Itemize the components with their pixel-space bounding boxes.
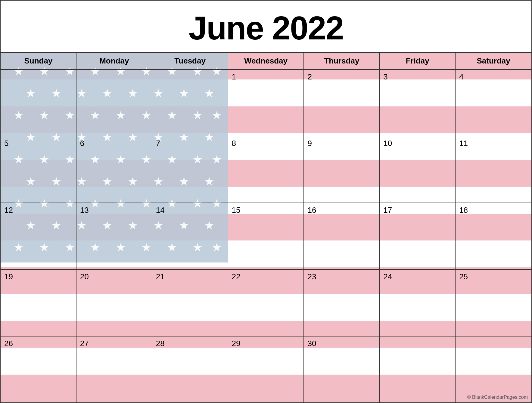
cell-number-25: 25 bbox=[459, 273, 528, 281]
calendar-cell-21: 21 bbox=[152, 270, 228, 336]
cell-number-10: 10 bbox=[383, 139, 452, 147]
calendar-cell-1: 1 bbox=[228, 70, 304, 136]
empty-cell-w0-d1 bbox=[76, 70, 152, 136]
cell-number-20: 20 bbox=[80, 273, 148, 281]
calendar-cell-17: 17 bbox=[380, 203, 456, 269]
calendar-row-3: 12131415161718 bbox=[1, 203, 531, 270]
cell-number-13: 13 bbox=[80, 206, 148, 214]
day-header-monday: Monday bbox=[76, 53, 152, 69]
day-header-sunday: Sunday bbox=[1, 53, 76, 69]
calendar-cell-15: 15 bbox=[228, 203, 304, 269]
cell-number-28: 28 bbox=[156, 339, 224, 347]
cell-number-18: 18 bbox=[459, 206, 528, 214]
cell-number-3: 3 bbox=[383, 73, 452, 81]
calendar-cell-22: 22 bbox=[228, 270, 304, 336]
cell-number-11: 11 bbox=[459, 139, 528, 147]
cell-number-1: 1 bbox=[232, 73, 300, 81]
day-header-saturday: Saturday bbox=[456, 53, 531, 69]
cell-number-7: 7 bbox=[156, 139, 224, 147]
cell-number-30: 30 bbox=[307, 339, 376, 347]
calendar-cell-13: 13 bbox=[76, 203, 152, 269]
cell-number-12: 12 bbox=[4, 206, 73, 214]
cell-number-17: 17 bbox=[383, 206, 452, 214]
calendar-row-2: 567891011 bbox=[1, 136, 531, 203]
calendar-cell-5: 5 bbox=[1, 136, 76, 202]
cell-number-27: 27 bbox=[80, 339, 148, 347]
calendar-cell-16: 16 bbox=[304, 203, 380, 269]
cell-number-8: 8 bbox=[232, 139, 300, 147]
calendar-cell-12: 12 bbox=[1, 203, 76, 269]
cell-number-15: 15 bbox=[232, 206, 300, 214]
day-header-wednesday: Wednesday bbox=[228, 53, 304, 69]
cell-number-16: 16 bbox=[307, 206, 376, 214]
calendar-cell-24: 24 bbox=[380, 270, 456, 336]
cell-number-26: 26 bbox=[4, 339, 73, 347]
cell-number-9: 9 bbox=[307, 139, 376, 147]
calendar-row-4: 19202122232425 bbox=[1, 270, 531, 336]
empty-cell-w0-d2 bbox=[152, 70, 228, 136]
calendar-cell-29: 29 bbox=[228, 336, 304, 402]
empty-cell-w4-d6 bbox=[456, 336, 531, 402]
cell-number-14: 14 bbox=[156, 206, 224, 214]
cell-number-22: 22 bbox=[232, 273, 300, 281]
watermark: © BlankCalendarPages.com bbox=[467, 395, 528, 400]
calendar-cell-8: 8 bbox=[228, 136, 304, 202]
calendar-title: June 2022 bbox=[1, 1, 531, 53]
day-header-thursday: Thursday bbox=[304, 53, 380, 69]
calendar-cell-9: 9 bbox=[304, 136, 380, 202]
cell-number-19: 19 bbox=[4, 273, 73, 281]
calendar-header-row: SundayMondayTuesdayWednesdayThursdayFrid… bbox=[1, 53, 531, 70]
calendar-cell-6: 6 bbox=[76, 136, 152, 202]
calendar-cell-2: 2 bbox=[304, 70, 380, 136]
calendar-cell-4: 4 bbox=[456, 70, 531, 136]
calendar-cell-7: 7 bbox=[152, 136, 228, 202]
cell-number-24: 24 bbox=[383, 273, 452, 281]
calendar-body: 1234567891011121314151617181920212223242… bbox=[1, 70, 531, 402]
calendar-cell-23: 23 bbox=[304, 270, 380, 336]
calendar-cell-10: 10 bbox=[380, 136, 456, 202]
calendar-cell-27: 27 bbox=[76, 336, 152, 402]
cell-number-23: 23 bbox=[307, 273, 376, 281]
grid-container: ★★★★★★★★★ ★★★★★★★★ ★★★★★★★★★ ★★★★★★★★ ★★… bbox=[1, 53, 531, 402]
calendar-cell-19: 19 bbox=[1, 270, 76, 336]
cell-number-6: 6 bbox=[80, 139, 148, 147]
day-header-tuesday: Tuesday bbox=[152, 53, 228, 69]
calendar-cell-14: 14 bbox=[152, 203, 228, 269]
cell-number-5: 5 bbox=[4, 139, 73, 147]
cell-number-21: 21 bbox=[156, 273, 224, 281]
cell-number-2: 2 bbox=[307, 73, 376, 81]
empty-cell-w0-d0 bbox=[1, 70, 76, 136]
calendar-wrapper: June 2022 bbox=[0, 0, 532, 403]
calendar-row-5: 2627282930 bbox=[1, 336, 531, 402]
cell-number-4: 4 bbox=[459, 73, 528, 81]
calendar-cell-20: 20 bbox=[76, 270, 152, 336]
calendar-cell-18: 18 bbox=[456, 203, 531, 269]
calendar-cell-28: 28 bbox=[152, 336, 228, 402]
calendar-cell-25: 25 bbox=[456, 270, 531, 336]
calendar-cell-30: 30 bbox=[304, 336, 380, 402]
empty-cell-w4-d5 bbox=[380, 336, 456, 402]
calendar-cell-3: 3 bbox=[380, 70, 456, 136]
day-header-friday: Friday bbox=[380, 53, 456, 69]
calendar-cell-26: 26 bbox=[1, 336, 76, 402]
cell-number-29: 29 bbox=[232, 339, 300, 347]
calendar-cell-11: 11 bbox=[456, 136, 531, 202]
calendar-row-1: 1234 bbox=[1, 70, 531, 136]
